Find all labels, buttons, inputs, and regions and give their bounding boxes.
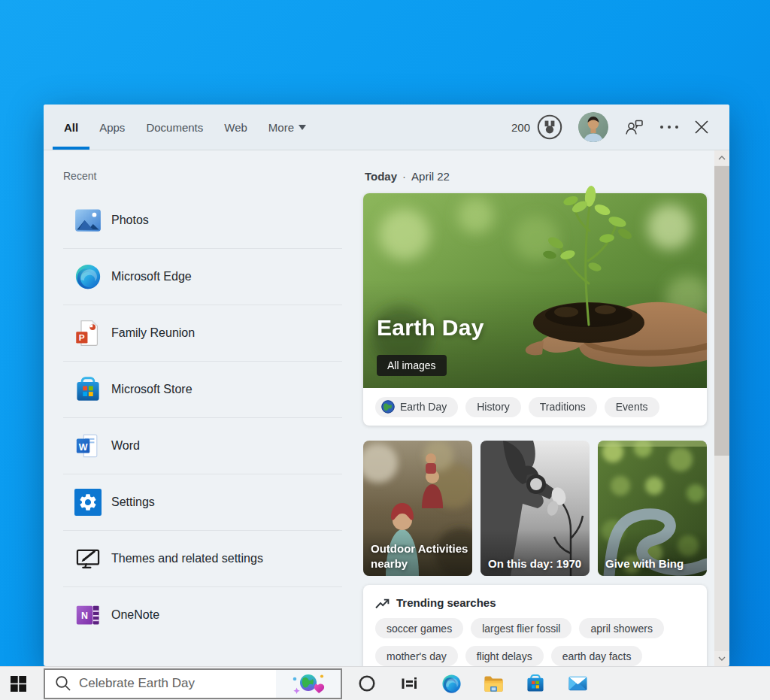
tab-all[interactable]: All (64, 105, 78, 150)
trending-searches-card: Trending searches soccer games largest f… (363, 585, 707, 666)
task-view-button[interactable] (388, 667, 430, 700)
tab-apps[interactable]: Apps (99, 105, 125, 150)
card-on-this-day[interactable]: On this day: 1970 (480, 441, 590, 576)
desktop: { "window": { "tabs": [ { "label": "All"… (0, 0, 770, 700)
taskbar (0, 666, 770, 700)
tab-bar: All Apps Documents Web More 200 (44, 105, 729, 150)
chevron-down-icon (718, 656, 726, 661)
start-button[interactable] (0, 667, 36, 700)
mail-button[interactable] (556, 667, 599, 700)
trending-chip-largest-flier-fossil[interactable]: largest flier fossil (471, 618, 571, 638)
card-outdoor-activities[interactable]: Outdoor Activities nearby (363, 441, 472, 576)
earth-celebration-icon (289, 671, 328, 695)
powerpoint-document-icon: P (74, 320, 102, 347)
recent-item-label: OneNote (111, 608, 159, 622)
photos-icon (74, 207, 102, 234)
trending-chip-flight-delays[interactable]: flight delays (465, 646, 544, 666)
edge-icon (74, 263, 102, 290)
recent-item-label: Themes and related settings (111, 552, 263, 565)
feedback-button[interactable] (624, 118, 644, 136)
more-options-button[interactable] (659, 125, 679, 129)
chevron-up-icon (718, 156, 726, 160)
card-give-with-bing[interactable]: Give with Bing (598, 441, 707, 576)
recent-item-photos[interactable]: Photos (63, 192, 342, 248)
cortana-button[interactable] (346, 667, 388, 700)
rewards-points: 200 (511, 121, 530, 134)
hero-chip-earth-day[interactable]: Earth Day (375, 397, 458, 417)
close-button[interactable] (695, 120, 708, 134)
dot-separator: · (402, 170, 406, 183)
scrollbar[interactable] (714, 150, 729, 666)
svg-text:N: N (81, 611, 88, 621)
user-avatar[interactable] (578, 112, 608, 142)
search-input[interactable] (79, 676, 276, 691)
recent-panel: Recent Photos (44, 150, 353, 666)
settings-gear-icon (74, 489, 102, 516)
earth-day-hero-card[interactable]: Earth Day All images Earth Day History T… (363, 193, 707, 426)
tab-apps-label: Apps (99, 121, 125, 134)
all-images-button[interactable]: All images (377, 355, 447, 376)
cortana-icon (358, 674, 376, 692)
hero-title: Earth Day (377, 315, 484, 341)
scroll-up-button[interactable] (714, 150, 729, 165)
hero-chip-traditions[interactable]: Traditions (529, 397, 597, 417)
tab-more-label: More (268, 121, 294, 134)
recent-item-word[interactable]: W Word (63, 417, 342, 474)
file-explorer-icon (484, 674, 504, 694)
recent-item-onenote[interactable]: N OneNote (63, 586, 342, 643)
search-highlight-button[interactable] (276, 670, 341, 698)
recent-item-label: Microsoft Store (111, 383, 192, 396)
recent-item-family-reunion[interactable]: P Family Reunion (63, 305, 342, 361)
cards-row: Outdoor Activities nearby (363, 441, 707, 576)
rewards-badge[interactable]: 200 (511, 114, 562, 140)
recent-item-themes[interactable]: Themes and related settings (63, 530, 342, 586)
store-icon (74, 376, 102, 403)
trending-chip-earth-day-facts[interactable]: earth day facts (551, 646, 643, 666)
recent-item-settings[interactable]: Settings (63, 474, 342, 530)
feedback-icon (624, 118, 644, 136)
chip-label: flight delays (477, 650, 532, 662)
chip-label: History (477, 401, 510, 413)
avatar-image (578, 112, 608, 142)
edge-taskbar-button[interactable] (430, 667, 472, 700)
trending-arrow-icon (375, 597, 390, 609)
trending-chip-soccer-games[interactable]: soccer games (375, 618, 463, 638)
recent-item-store[interactable]: Microsoft Store (63, 361, 342, 417)
hero-chip-events[interactable]: Events (605, 397, 659, 417)
trending-header: Trending searches (375, 596, 695, 609)
trending-chip-april-showers[interactable]: april showers (579, 618, 663, 638)
today-date: April 22 (411, 170, 450, 183)
task-view-icon (400, 674, 418, 692)
chip-label: Events (616, 401, 648, 413)
chip-label: mother's day (387, 650, 447, 662)
chevron-down-icon (299, 125, 306, 130)
svg-text:P: P (79, 332, 85, 343)
onenote-icon: N (74, 602, 102, 629)
taskbar-search-box[interactable] (44, 668, 342, 699)
store-taskbar-button[interactable] (514, 667, 556, 700)
recent-item-label: Photos (111, 214, 149, 227)
recent-item-label: Family Reunion (111, 326, 195, 340)
scrollbar-thumb[interactable] (714, 166, 729, 456)
tab-documents[interactable]: Documents (146, 105, 203, 150)
tab-web-label: Web (224, 121, 247, 134)
trending-chip-mothers-day[interactable]: mother's day (375, 646, 458, 666)
window-content: Recent Photos (44, 150, 729, 666)
recent-item-label: Word (111, 439, 140, 453)
today-label: Today (365, 170, 397, 183)
hero-chip-history[interactable]: History (465, 397, 521, 417)
tab-more[interactable]: More (268, 105, 306, 150)
search-icon (55, 675, 71, 692)
rewards-medal-icon (537, 114, 562, 140)
trending-chips: soccer games largest flier fossil april … (375, 618, 695, 666)
recent-item-edge[interactable]: Microsoft Edge (63, 248, 342, 305)
recent-title: Recent (63, 170, 353, 182)
tab-all-label: All (64, 121, 78, 134)
tab-web[interactable]: Web (224, 105, 247, 150)
scroll-down-button[interactable] (714, 651, 729, 666)
chip-label: largest flier fossil (482, 623, 560, 635)
svg-text:W: W (79, 442, 88, 453)
file-explorer-button[interactable] (472, 667, 514, 700)
chip-label: Traditions (540, 401, 586, 413)
chip-label: earth day facts (562, 650, 632, 662)
